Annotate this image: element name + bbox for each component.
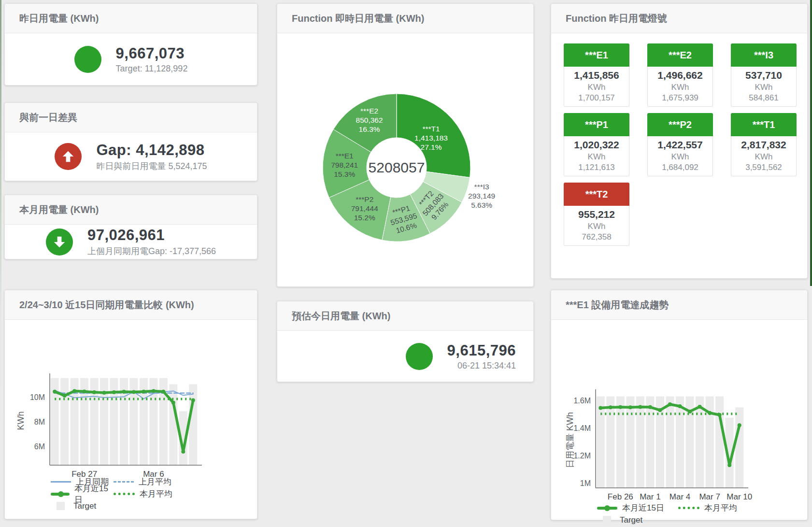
card-month-usage: 本月用電量 (KWh) 97,026,961 上個月同期用電Gap: -17,3… bbox=[4, 195, 257, 259]
month-gap-subtitle: 上個月同期用電Gap: -17,377,566 bbox=[87, 245, 216, 257]
tile-header: ***T1 bbox=[731, 113, 797, 136]
gray-square-icon bbox=[57, 502, 65, 510]
data-point bbox=[678, 404, 682, 408]
y-axis-tick: 1.4M bbox=[573, 424, 591, 432]
target-bar bbox=[715, 397, 724, 488]
status-tile-i3: ***I3 537,710 KWh 584,861 bbox=[731, 43, 797, 107]
data-point bbox=[92, 390, 96, 394]
tile-unit: KWh bbox=[564, 221, 629, 232]
tile-unit: KWh bbox=[648, 152, 712, 162]
tile-target: 584,861 bbox=[731, 93, 796, 103]
target-bar bbox=[169, 384, 177, 465]
x-axis-tick: Feb 26 bbox=[608, 492, 633, 501]
card-realtime-donut: Function 即時日用電量 (KWh) ***T11,413,18327.1… bbox=[277, 3, 534, 287]
card-e1-trend: ***E1 設備用電達成趨勢 1M1.2M1.4M1.6MFeb 26Mar 1… bbox=[551, 290, 808, 520]
data-point bbox=[738, 423, 741, 427]
legend-label: 上月平均 bbox=[139, 476, 171, 487]
data-point bbox=[698, 405, 702, 409]
data-point bbox=[668, 402, 672, 406]
data-point bbox=[102, 391, 106, 395]
tile-header: ***E1 bbox=[564, 43, 629, 67]
tile-target: 3,591,562 bbox=[731, 162, 796, 173]
legend-label: 本月近15日 bbox=[622, 502, 664, 513]
status-tile-t2: ***T2 955,212 KWh 762,358 bbox=[564, 183, 629, 246]
month-value: 97,026,961 bbox=[87, 227, 216, 244]
tile-target: 1,684,092 bbox=[648, 162, 712, 173]
tile-target: 1,675,939 bbox=[648, 93, 712, 103]
data-point bbox=[132, 390, 136, 394]
target-bar bbox=[636, 397, 644, 488]
target-bar bbox=[606, 397, 614, 488]
donut-slice-label: ***I3293,1495.63% bbox=[468, 183, 495, 209]
compare-legend: 上月同期 上月平均 本月近15日 本月平均 bbox=[51, 476, 172, 512]
legend-item-this-month[interactable]: 本月近15日 bbox=[597, 502, 678, 513]
y-axis-tick: 1M bbox=[580, 479, 591, 487]
gap-subtitle: 昨日與前日用電量 5,524,175 bbox=[96, 160, 207, 172]
arrow-up-circle-icon bbox=[55, 143, 82, 170]
data-point bbox=[161, 390, 165, 394]
green-dotted-line-icon bbox=[114, 493, 135, 495]
data-point bbox=[83, 389, 86, 393]
tile-header: ***I3 bbox=[731, 43, 797, 67]
tile-value: 1,415,856 bbox=[564, 69, 629, 82]
target-bar bbox=[696, 397, 704, 488]
legend-item-last-month-avg[interactable]: 上月平均 bbox=[114, 476, 171, 487]
card-yesterday-title: 昨日用電量 (KWh) bbox=[5, 4, 257, 33]
target-bar bbox=[676, 397, 684, 488]
data-point bbox=[142, 390, 145, 394]
legend-item-this-month-avg[interactable]: 本月平均 bbox=[678, 502, 737, 513]
tile-target: 1,700,157 bbox=[564, 93, 629, 103]
green-line-icon bbox=[51, 493, 70, 496]
tile-header: ***E2 bbox=[647, 43, 713, 67]
lights-title: Function 昨日用電燈號 bbox=[551, 4, 807, 33]
data-point bbox=[72, 389, 76, 393]
target-bar bbox=[597, 397, 605, 488]
right-edge-strip bbox=[810, 0, 812, 286]
target-bar bbox=[666, 397, 674, 488]
tile-unit: KWh bbox=[564, 82, 629, 93]
trend-title: ***E1 設備用電達成趨勢 bbox=[551, 290, 807, 320]
green-line-icon bbox=[597, 507, 617, 510]
status-tile-e1: ***E1 1,415,856 KWh 1,700,157 bbox=[564, 43, 629, 107]
y-axis-tick: 1.6M bbox=[573, 397, 591, 405]
status-tile-p1: ***P1 1,020,322 KWh 1,121,613 bbox=[564, 113, 629, 176]
target-bar bbox=[735, 407, 743, 488]
donut-title: Function 即時日用電量 (KWh) bbox=[277, 4, 533, 33]
data-point bbox=[598, 406, 602, 410]
tile-value: 955,212 bbox=[564, 208, 629, 221]
data-point bbox=[181, 450, 185, 454]
legend-label: Target bbox=[620, 515, 642, 525]
legend-item-target[interactable]: Target bbox=[51, 501, 96, 511]
card-status-lights: Function 昨日用電燈號 ***E1 1,415,856 KWh 1,70… bbox=[551, 3, 808, 279]
status-tile-p2: ***P2 1,422,557 KWh 1,684,092 bbox=[647, 113, 713, 176]
data-point bbox=[609, 405, 613, 409]
tile-unit: KWh bbox=[648, 82, 712, 93]
x-axis-tick: Mar 10 bbox=[727, 492, 752, 501]
data-point bbox=[648, 405, 652, 409]
data-point bbox=[122, 390, 126, 394]
legend-label: 本月平均 bbox=[704, 502, 737, 513]
legend-item-this-month-avg[interactable]: 本月平均 bbox=[114, 488, 172, 499]
target-bar bbox=[189, 384, 197, 465]
trend-legend: 本月近15日 本月平均 Target bbox=[597, 502, 737, 526]
compare-chart-title: 2/24~3/10 近15日同期用電量比較 (KWh) bbox=[5, 290, 257, 320]
estimate-value: 9,615,796 bbox=[447, 342, 516, 359]
tile-unit: KWh bbox=[731, 82, 796, 93]
tile-target: 1,121,613 bbox=[564, 162, 629, 173]
target-bar bbox=[646, 397, 654, 488]
data-point bbox=[171, 401, 175, 405]
tile-target: 762,358 bbox=[564, 232, 629, 242]
tile-value: 2,817,832 bbox=[731, 138, 796, 152]
tile-header: ***P1 bbox=[564, 113, 629, 136]
legend-label: 本月平均 bbox=[140, 488, 172, 499]
card-month-title: 本月用電量 (KWh) bbox=[5, 195, 257, 225]
estimate-title: 預估今日用電量 (KWh) bbox=[277, 301, 533, 331]
legend-item-target[interactable]: Target bbox=[597, 515, 642, 525]
green-dotted-line-icon bbox=[678, 507, 699, 509]
y-axis-label: 日用電量 KWh bbox=[565, 412, 575, 468]
data-point bbox=[152, 389, 156, 393]
data-point bbox=[658, 408, 662, 412]
card-estimate-today: 預估今日用電量 (KWh) 9,615,796 06-21 15:34:41 bbox=[277, 301, 534, 382]
data-point bbox=[708, 411, 712, 415]
card-compare-chart: 2/24~3/10 近15日同期用電量比較 (KWh) 6M8M10MFeb 2… bbox=[4, 290, 257, 519]
